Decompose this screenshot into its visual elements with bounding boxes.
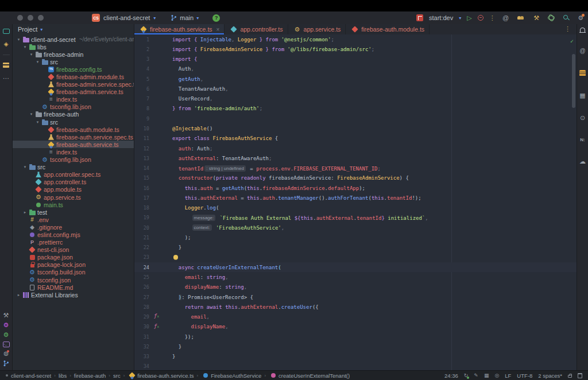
cloud-tool-icon[interactable]: ☁ bbox=[579, 158, 586, 165]
services-tool-icon[interactable]: ⚙ bbox=[3, 322, 9, 328]
inspection-ok-icon[interactable]: ✓ bbox=[570, 38, 574, 44]
code-line[interactable]: 33} bbox=[134, 352, 577, 362]
tree-item[interactable]: ▸test bbox=[13, 208, 134, 216]
code-line[interactable]: 4 Auth, bbox=[134, 64, 577, 74]
code-line[interactable]: 32 } bbox=[134, 342, 577, 351]
code-line[interactable]: 6 TenantAwareAuth, bbox=[134, 84, 577, 94]
tree-item[interactable]: ◆.gitignore bbox=[13, 223, 134, 231]
tree-item[interactable]: ⚙tsconfig.lib.json bbox=[13, 103, 134, 111]
breadcrumb-item[interactable]: firebase-auth bbox=[74, 373, 106, 379]
run-config-name[interactable]: start:dev bbox=[429, 14, 453, 21]
line-separator[interactable]: LF bbox=[505, 373, 511, 379]
code-line[interactable]: 28 return await this.authExternal.create… bbox=[134, 302, 577, 312]
editor-tab[interactable]: app.controller.ts bbox=[225, 24, 288, 34]
chevron-down-icon[interactable]: ▾ bbox=[22, 45, 28, 49]
code-line[interactable]: 2import { FirebaseAdminService } from '@… bbox=[134, 44, 577, 54]
tree-item[interactable]: TSfirebase.config.ts bbox=[13, 65, 134, 73]
sync-status-icon[interactable]: ↻ bbox=[464, 373, 469, 378]
code-editor[interactable]: 1import { Injectable, Logger } from '@ne… bbox=[134, 34, 577, 370]
trash-icon[interactable] bbox=[578, 373, 582, 378]
tree-item[interactable]: ▾src bbox=[13, 58, 134, 65]
tree-item[interactable]: README.md bbox=[13, 284, 134, 291]
chevron-right-icon[interactable]: ▸ bbox=[22, 210, 28, 215]
tree-item[interactable]: main.ts bbox=[13, 201, 134, 208]
code-line[interactable]: 18 Logger.log( bbox=[134, 203, 577, 213]
breadcrumb-item[interactable]: firebase-auth.service.ts bbox=[127, 372, 194, 379]
chevron-down-icon[interactable]: ▾ bbox=[35, 60, 40, 64]
code-line[interactable]: 3import { bbox=[134, 55, 577, 64]
tree-item[interactable]: firebase-auth.service.spec.ts bbox=[13, 133, 134, 141]
zoom-window-icon[interactable] bbox=[38, 15, 44, 21]
caret-position[interactable]: 24:36 bbox=[444, 373, 458, 379]
branch-widget[interactable]: main ▾ bbox=[171, 14, 199, 21]
code-line[interactable]: 27 ): Promise<UserRecord> { bbox=[134, 292, 577, 302]
tree-item[interactable]: ⚙app.service.ts bbox=[13, 193, 134, 201]
editor-tab[interactable]: ⚙app.service.ts bbox=[288, 24, 346, 34]
settings-gear-icon[interactable]: ⚙ bbox=[578, 15, 583, 21]
minimize-window-icon[interactable] bbox=[28, 15, 33, 21]
tree-item[interactable]: ⚙tsconfig.json bbox=[13, 276, 134, 284]
wheel-tool-icon[interactable]: ⊙ bbox=[580, 115, 585, 121]
ai-chat-icon[interactable]: @ bbox=[579, 48, 585, 54]
code-line[interactable]: 14 tenantId: string | undefined = proces… bbox=[134, 163, 577, 173]
editor-tab[interactable]: firebase-auth.module.ts bbox=[346, 24, 430, 34]
breadcrumb-item[interactable]: FirebaseAuthService bbox=[201, 372, 261, 379]
code-line[interactable]: 26 displayName: string, bbox=[134, 282, 577, 292]
project-panel-header[interactable]: Project ▾ bbox=[13, 24, 134, 34]
tree-item[interactable]: package.json bbox=[13, 254, 134, 261]
code-line[interactable]: 1import { Injectable, Logger } from '@ne… bbox=[134, 34, 577, 44]
tree-item[interactable]: ⚙tsconfig.lib.json bbox=[13, 156, 134, 164]
profiler-atom-icon[interactable] bbox=[548, 14, 555, 21]
tree-item[interactable]: firebase-admin.service.spec.ts bbox=[13, 81, 134, 88]
tab-options-icon[interactable]: ⋮ bbox=[564, 25, 571, 33]
code-line[interactable]: 9 bbox=[134, 114, 577, 123]
tree-item[interactable]: firebase-auth.module.ts bbox=[13, 126, 134, 133]
code-line[interactable]: 10@Injectable() bbox=[134, 123, 577, 133]
search-everywhere-icon[interactable] bbox=[563, 15, 569, 21]
code-line[interactable]: 24 async createUserInExternalTenant( bbox=[134, 262, 577, 272]
tree-item[interactable]: ▾src bbox=[13, 118, 134, 126]
code-line[interactable]: 25 email: string, bbox=[134, 272, 577, 282]
database-tool-icon[interactable] bbox=[579, 70, 586, 76]
tree-item[interactable]: nest-cli.json bbox=[13, 246, 134, 254]
tree-item[interactable]: ≡index.ts bbox=[13, 96, 134, 103]
chevron-down-icon[interactable]: ▾ bbox=[22, 165, 28, 169]
debug-button[interactable] bbox=[478, 15, 483, 21]
build-tool-icon[interactable]: ⚒ bbox=[3, 312, 9, 319]
terminal-tool-icon[interactable]: ›_ bbox=[3, 342, 10, 347]
tree-item[interactable]: package-lock.json bbox=[13, 261, 134, 269]
code-line[interactable]: 12 auth: Auth; bbox=[134, 144, 577, 153]
breadcrumb-item[interactable]: createUserInExternalTenant() bbox=[269, 372, 350, 379]
tree-item[interactable]: #.env bbox=[13, 216, 134, 223]
problems-tool-icon[interactable]: ⚙ bbox=[3, 332, 9, 338]
tree-item[interactable]: app.controller.ts bbox=[13, 179, 134, 186]
tree-item[interactable]: P.prettierrc bbox=[13, 239, 134, 246]
tree-item[interactable]: firebase-admin.module.ts bbox=[13, 73, 134, 80]
code-line[interactable]: 16 this.auth = getAuth(this.firebaseAdmi… bbox=[134, 183, 577, 193]
code-line[interactable]: 17 this.authExternal = this.auth.tenantM… bbox=[134, 193, 577, 203]
code-line[interactable]: 21 ); bbox=[134, 232, 577, 242]
chevron-down-icon[interactable]: ▾ bbox=[35, 120, 40, 125]
tree-item[interactable]: firebase-auth.service.ts bbox=[13, 141, 134, 148]
chevron-right-icon[interactable]: ▸ bbox=[16, 293, 21, 297]
breadcrumb-item[interactable]: client-and-secret bbox=[11, 373, 51, 379]
breadcrumb-item[interactable]: libs bbox=[59, 373, 67, 379]
close-tab-icon[interactable]: × bbox=[216, 26, 220, 33]
more-tool-windows-icon[interactable]: ⋯ bbox=[3, 75, 9, 82]
tree-item[interactable]: app.module.ts bbox=[13, 186, 134, 193]
code-line[interactable]: 13 authExternal: TenantAwareAuth; bbox=[134, 153, 577, 163]
chevron-down-icon[interactable]: ▾ bbox=[16, 37, 21, 42]
copyright-icon[interactable]: ◎ bbox=[494, 373, 499, 378]
tree-item[interactable]: ▾firebase-auth bbox=[13, 111, 134, 118]
prettier-icon[interactable]: ✎ bbox=[474, 373, 478, 378]
file-encoding[interactable]: UTF-8 bbox=[517, 373, 532, 379]
tree-item[interactable]: ≡index.ts bbox=[13, 148, 134, 156]
tree-item[interactable]: ▾libs bbox=[13, 43, 134, 51]
n-tool-icon[interactable]: N: bbox=[580, 137, 585, 142]
tree-item[interactable]: ▸External Libraries bbox=[13, 291, 134, 298]
code-line[interactable]: 23 bbox=[134, 253, 577, 262]
code-line[interactable]: 29ƒx email, bbox=[134, 312, 577, 321]
related-symbol-icon[interactable]: ƒx bbox=[154, 323, 159, 329]
more-run-options-icon[interactable]: ⋮ bbox=[489, 14, 496, 22]
notifications-bell-icon[interactable] bbox=[580, 28, 585, 32]
